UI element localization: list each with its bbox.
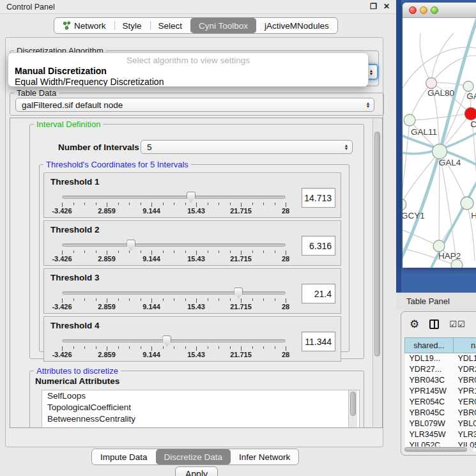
network-node-label: GAL11 — [411, 127, 437, 137]
table-panel: ⚙ ☑☑ shared... na YDL19...YDL19...YDR27.… — [401, 311, 476, 456]
network-node[interactable] — [451, 259, 463, 268]
tab-impute-data[interactable]: Impute Data — [92, 449, 156, 464]
slider-thumb[interactable] — [187, 192, 196, 203]
attribute-list-item[interactable]: BetweennessCentrality — [42, 413, 359, 425]
threshold-value-field[interactable]: 6.316 — [302, 236, 335, 256]
network-node[interactable] — [433, 240, 445, 252]
threshold-slider[interactable] — [62, 290, 286, 296]
network-canvas[interactable]: GAL80GACGAL11GAL4GCY1HHAP2 — [403, 18, 476, 268]
network-node-label: GAL80 — [427, 88, 454, 98]
node-attribute-table[interactable]: shared... na YDL19...YDL19...YDR27...YDR… — [404, 337, 476, 451]
dropdown-placeholder-option[interactable]: Select algorithm to view settings — [8, 53, 368, 65]
mac-close-icon[interactable] — [409, 6, 417, 14]
threshold-slider[interactable] — [62, 194, 286, 201]
table-row[interactable]: YDL19...YDL19... — [405, 353, 476, 364]
threshold-value-field[interactable]: 11.344 — [302, 332, 335, 351]
interval-definition-group-title: Interval Definition — [34, 119, 103, 129]
slider-tick-labels: -3.4262.8599.14415.4321.71528 — [62, 255, 286, 263]
tab-infer-network[interactable]: Infer Network — [231, 449, 298, 464]
mac-minimize-icon[interactable] — [420, 6, 427, 14]
table-row[interactable]: YBL079WYBL079W — [405, 418, 476, 429]
table-row[interactable]: YLR345WYLR345W — [405, 429, 476, 440]
select-columns-icon[interactable]: ☑☑ — [449, 319, 465, 329]
control-panel-titlebar: Control Panel ❐ ✕ — [0, 0, 396, 14]
network-node[interactable] — [404, 114, 415, 126]
threshold-value-field[interactable]: 14.713 — [302, 188, 335, 208]
table-toolbar: ⚙ ☑☑ — [401, 312, 476, 336]
close-panel-icon[interactable]: ✕ — [383, 2, 390, 11]
network-edge[interactable] — [403, 151, 440, 204]
attribute-list-item[interactable]: SelfLoops — [42, 390, 359, 402]
bottom-tab-bar: Impute Data Discretize Data Infer Networ… — [91, 449, 299, 465]
slider-thumb[interactable] — [127, 240, 135, 250]
numerical-attributes-list[interactable]: SelfLoopsTopologicalCoefficientBetweenne… — [42, 390, 360, 428]
attributes-list-scrollbar[interactable] — [348, 390, 357, 428]
table-panel-title: Table Panel — [406, 296, 450, 306]
slider-thumb[interactable] — [234, 288, 243, 298]
tab-jactivemnodules[interactable]: jActiveMNodules — [256, 18, 337, 33]
threshold-label: Threshold 3 — [50, 273, 100, 282]
tab-cyni-toolbox[interactable]: Cyni Toolbox — [190, 18, 256, 33]
split-columns-icon[interactable] — [429, 319, 439, 329]
network-node[interactable] — [433, 144, 447, 159]
network-edge[interactable] — [431, 56, 476, 83]
network-node[interactable] — [465, 108, 476, 120]
threshold-value-field[interactable]: 21.4 — [302, 284, 335, 303]
settings-scrollbar[interactable] — [372, 119, 381, 427]
number-of-intervals-combobox[interactable]: 5 ▲▼ — [141, 140, 353, 154]
slider-tick-labels: -3.4262.8599.14415.4321.71528 — [62, 303, 286, 311]
network-node[interactable] — [403, 199, 406, 210]
cyni-toolbox-panel: Discretization Algorithm ▲▼ Table Data g… — [5, 37, 383, 447]
threshold-row: Threshold 1-3.4262.8599.14415.4321.71528… — [43, 173, 341, 218]
top-tab-bar: Network Style Select Cyni Toolbox jActiv… — [54, 17, 338, 34]
network-node-label: GAL4 — [439, 158, 461, 167]
network-edge[interactable] — [420, 33, 431, 83]
tab-network[interactable]: Network — [54, 18, 114, 33]
tab-style[interactable]: Style — [114, 18, 150, 33]
panel-title: Control Panel — [6, 3, 55, 12]
threshold-slider[interactable] — [62, 338, 286, 344]
network-window-titlebar[interactable] — [403, 3, 476, 18]
table-row[interactable]: YDR27...YDR27... — [405, 364, 476, 375]
thresholds-group-title: Threshold's Coordinates for 5 Intervals — [43, 160, 191, 169]
network-node-label: H — [471, 211, 476, 220]
dropdown-option-manual-discretization[interactable]: Manual Discretization — [8, 65, 368, 76]
tab-discretize-data[interactable]: Discretize Data — [156, 449, 231, 464]
number-of-intervals-label: Number of Intervals — [58, 142, 139, 152]
table-horizontal-scrollbar[interactable] — [404, 447, 473, 452]
network-graph: GAL80GACGAL11GAL4GCY1HHAP2 — [403, 18, 476, 268]
column-header-name[interactable]: na — [454, 338, 476, 353]
network-node[interactable] — [463, 81, 473, 91]
threshold-label: Threshold 1 — [50, 177, 100, 187]
network-node[interactable] — [426, 78, 437, 89]
settings-scrollpane: Interval Definition Number of Intervals … — [10, 118, 383, 428]
threshold-row: Threshold 3-3.4262.8599.14415.4321.71528… — [43, 268, 341, 314]
table-data-combobox[interactable]: galFiltered.sif default node ▲▼ — [15, 98, 374, 112]
float-panel-icon[interactable]: ❐ — [370, 2, 377, 11]
threshold-slider[interactable] — [62, 242, 286, 249]
dropdown-option-equal-width-frequency[interactable]: Equal Width/Frequency Discretization — [8, 76, 368, 87]
apply-button[interactable]: Apply — [175, 466, 218, 476]
mac-zoom-icon[interactable] — [431, 6, 438, 14]
network-icon — [63, 21, 71, 30]
column-header-shared-name[interactable]: shared... — [405, 338, 454, 353]
table-row[interactable]: YBR043CYBR043C — [405, 375, 476, 386]
slider-thumb[interactable] — [162, 335, 171, 346]
gear-icon[interactable]: ⚙ — [410, 318, 419, 331]
table-panel-titlebar: Table Panel — [396, 293, 476, 311]
combo-stepper-icon: ▲▼ — [368, 69, 377, 75]
table-row[interactable]: YER054CYER054C — [405, 397, 476, 408]
network-edge[interactable] — [431, 33, 454, 83]
thresholds-group: Threshold's Coordinates for 5 Intervals … — [39, 164, 349, 352]
network-view-window[interactable]: GAL80GACGAL11GAL4GCY1HHAP2 — [403, 3, 476, 268]
combo-stepper-icon: ▲▼ — [365, 102, 374, 108]
table-row[interactable]: YPR145WYPR145W — [405, 386, 476, 397]
combo-stepper-icon: ▲▼ — [343, 144, 352, 150]
numerical-attributes-label: Numerical Attributes — [35, 376, 119, 386]
tab-select[interactable]: Select — [150, 18, 191, 33]
network-node[interactable] — [461, 197, 473, 210]
attribute-list-item[interactable]: TopologicalCoefficient — [42, 402, 359, 413]
network-edge[interactable] — [410, 114, 471, 120]
table-row[interactable]: YBR045CYBR045C — [405, 408, 476, 418]
network-node-label: C — [470, 119, 476, 129]
